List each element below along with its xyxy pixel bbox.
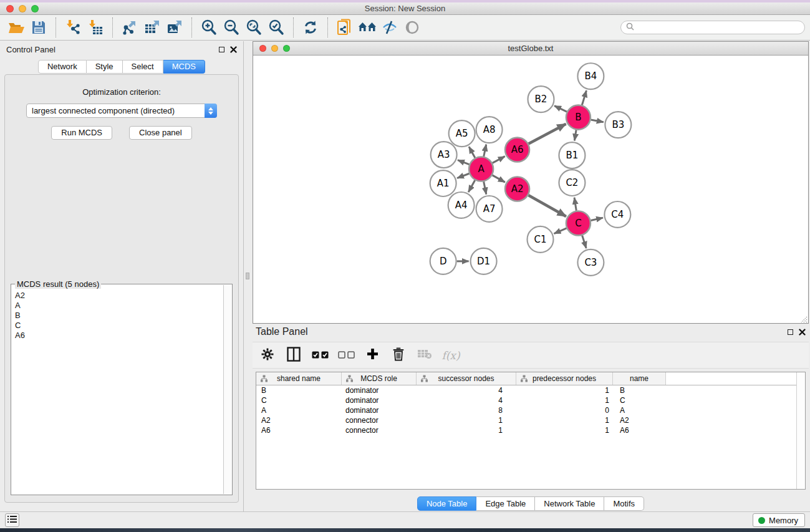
zoom-selected-button[interactable]: [265, 17, 287, 38]
node-A5[interactable]: A5: [449, 120, 475, 147]
table-cell[interactable]: connector: [342, 415, 417, 425]
table-cell[interactable]: 1: [417, 415, 516, 425]
export-table-button[interactable]: [141, 17, 163, 38]
node-A[interactable]: A: [469, 157, 493, 181]
close-network-icon[interactable]: [259, 45, 266, 52]
table-cell[interactable]: B: [613, 385, 666, 395]
table-cell[interactable]: A6: [613, 425, 666, 435]
node-C[interactable]: C: [566, 211, 591, 235]
node-B2[interactable]: B2: [528, 86, 554, 112]
edge-B-B2[interactable]: [554, 106, 567, 112]
table-cell[interactable]: dominator: [342, 385, 417, 395]
table-row[interactable]: Adominator80A: [256, 405, 796, 415]
refresh-button[interactable]: [299, 17, 322, 38]
result-list-item[interactable]: C: [15, 321, 219, 331]
table-cell[interactable]: A: [256, 405, 342, 415]
zoom-window-icon[interactable]: [31, 5, 39, 12]
clone-network-button[interactable]: [334, 17, 356, 38]
task-history-button[interactable]: [5, 513, 19, 527]
node-C3[interactable]: C3: [577, 249, 604, 276]
minimize-network-icon[interactable]: [271, 45, 278, 52]
panel-splitter-handle[interactable]: [246, 273, 249, 279]
table-cell[interactable]: A2: [256, 415, 342, 425]
float-panel-icon[interactable]: [219, 47, 224, 52]
node-C2[interactable]: C2: [559, 170, 585, 196]
table-cell[interactable]: 1: [516, 415, 613, 425]
close-table-panel-icon[interactable]: [799, 329, 806, 336]
edge-A-A5[interactable]: [469, 147, 475, 158]
table-cell[interactable]: A6: [256, 425, 342, 435]
criterion-select[interactable]: largest connected component (directed): [26, 104, 217, 118]
table-settings-button[interactable]: [259, 346, 276, 365]
table-cell[interactable]: A2: [613, 415, 666, 425]
close-panel-button[interactable]: Close panel: [129, 126, 192, 140]
search-input[interactable]: [637, 23, 799, 32]
table-row[interactable]: Bdominator41B: [256, 385, 796, 395]
column-header-shared-name[interactable]: shared name: [256, 372, 342, 385]
edge-A-A3[interactable]: [458, 160, 469, 165]
node-B1[interactable]: B1: [559, 142, 585, 168]
table-row[interactable]: Cdominator41C: [256, 395, 796, 405]
tab-network-table[interactable]: Network Table: [535, 496, 604, 511]
search-field[interactable]: [620, 21, 805, 34]
delete-column-button[interactable]: [390, 346, 407, 365]
tab-select[interactable]: Select: [123, 60, 163, 74]
select-all-columns-button[interactable]: [311, 346, 329, 365]
table-cell[interactable]: C: [256, 395, 342, 405]
home-button[interactable]: [356, 17, 378, 38]
table-cell[interactable]: 1: [417, 425, 516, 435]
edge-A2-C[interactable]: [528, 195, 566, 216]
export-network-button[interactable]: [118, 17, 141, 38]
edge-C-C1[interactable]: [554, 228, 567, 234]
network-graph[interactable]: B4B2BB3A8A5A6A3B1AA1C2A2A4A7C4CC1DD1C3: [253, 56, 808, 323]
node-A6[interactable]: A6: [505, 138, 529, 162]
zoom-fit-button[interactable]: [243, 17, 265, 38]
table-cell[interactable]: connector: [342, 425, 417, 435]
table-row[interactable]: A2connector11A2: [256, 415, 796, 425]
node-A7[interactable]: A7: [476, 196, 503, 222]
table-cell[interactable]: 1: [516, 385, 613, 395]
tab-mcds[interactable]: MCDS: [163, 60, 205, 74]
result-list-item[interactable]: A2: [15, 291, 219, 301]
import-table-button[interactable]: [84, 17, 107, 38]
table-cell[interactable]: dominator: [342, 395, 417, 405]
window-resize-grip[interactable]: [799, 314, 808, 322]
edge-B-B1[interactable]: [574, 130, 576, 140]
show-panels-button[interactable]: [401, 17, 423, 38]
network-canvas[interactable]: B4B2BB3A8A5A6A3B1AA1C2A2A4A7C4CC1DD1C3: [253, 56, 808, 323]
network-window-titlebar[interactable]: testGlobe.txt: [253, 42, 808, 56]
node-A8[interactable]: A8: [476, 117, 503, 143]
tab-edge-table[interactable]: Edge Table: [476, 496, 535, 511]
edge-B-B3[interactable]: [591, 120, 604, 122]
table-cell[interactable]: 0: [516, 405, 613, 415]
table-cell[interactable]: 1: [516, 395, 613, 405]
close-panel-icon[interactable]: [230, 46, 237, 53]
import-network-button[interactable]: [62, 17, 84, 38]
edge-A6-B[interactable]: [529, 124, 566, 144]
column-header-MCDS-role[interactable]: MCDS role: [342, 372, 417, 385]
node-A2[interactable]: A2: [505, 177, 529, 201]
open-session-button[interactable]: [5, 17, 27, 38]
result-list-item[interactable]: A6: [15, 331, 219, 341]
node-B4[interactable]: B4: [577, 63, 604, 89]
table-cell[interactable]: 8: [417, 405, 516, 415]
edge-A-A4[interactable]: [468, 180, 475, 192]
node-D1[interactable]: D1: [471, 248, 497, 274]
result-scrollbar[interactable]: [223, 285, 231, 494]
table-cell[interactable]: dominator: [342, 405, 417, 415]
node-D[interactable]: D: [430, 248, 456, 274]
zoom-out-button[interactable]: [220, 17, 243, 38]
result-list-item[interactable]: A: [15, 301, 219, 311]
table-row[interactable]: A6connector11A6: [256, 425, 796, 435]
column-header-name[interactable]: name: [613, 372, 666, 385]
table-scrollbar[interactable]: [796, 372, 805, 489]
column-header-successor-nodes[interactable]: successor nodes: [417, 372, 516, 385]
table-cell[interactable]: 4: [417, 395, 516, 405]
zoom-in-button[interactable]: [198, 17, 220, 38]
edge-A-A2[interactable]: [493, 175, 505, 182]
edge-A-A8[interactable]: [484, 145, 486, 157]
node-C1[interactable]: C1: [528, 226, 554, 253]
table-cell[interactable]: 1: [516, 425, 613, 435]
edge-B-B4[interactable]: [582, 90, 586, 105]
result-list-item[interactable]: B: [15, 311, 219, 321]
